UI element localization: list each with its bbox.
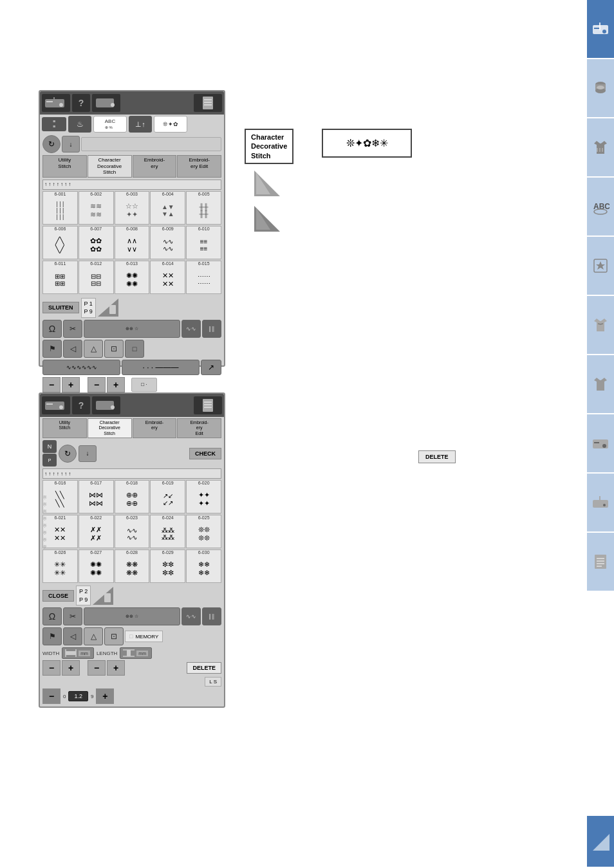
- circle-btn-bottom[interactable]: ↻: [59, 445, 77, 463]
- stitch-6-004[interactable]: 6-004 ▲▼▼▲: [150, 191, 185, 225]
- stitch-6-014[interactable]: 6-014 ✕✕✕✕: [150, 261, 185, 294]
- stitch-tab-char-top[interactable]: CharacterDecorativeStitch: [88, 155, 132, 178]
- stitch-6-011[interactable]: 6-011 ⊞⊞⊞⊞: [42, 261, 78, 294]
- stitch-6-010[interactable]: 6-010 ≡≡≡≡: [186, 226, 221, 259]
- sidebar-tab-3[interactable]: [587, 118, 614, 176]
- stitch-6-013[interactable]: 6-013 ✺✺✺✺: [115, 261, 150, 294]
- sidebar-tab-4[interactable]: ABC: [587, 178, 614, 235]
- stitch-tab-embroidery-top[interactable]: Embroid-ery: [133, 155, 177, 178]
- stitch-6-027[interactable]: 6-027 ✺✺✺✺: [79, 549, 114, 583]
- check-button[interactable]: CHECK: [189, 448, 221, 459]
- rect-btn-top[interactable]: □: [125, 340, 144, 358]
- sidebar-tab-11[interactable]: [587, 816, 614, 867]
- edit-btn-top[interactable]: ⊕⊕ ☆: [84, 320, 180, 338]
- arrow-btn-top[interactable]: ◁: [63, 340, 82, 358]
- stitch-tab-char-bottom[interactable]: CharacterDecorativeStitch: [88, 418, 132, 438]
- ls-selector[interactable]: L S: [205, 677, 221, 687]
- needle-icon[interactable]: ⊥↑: [129, 116, 152, 133]
- sidebar-tab-10[interactable]: [587, 533, 614, 591]
- special2-btn-bottom[interactable]: ∥∥: [202, 607, 221, 625]
- circle-arrow-btn[interactable]: ↻: [42, 135, 60, 153]
- stitch-tab-edit-bottom[interactable]: Embroid-eryEdit: [177, 418, 221, 438]
- wave-pattern-btn-top[interactable]: ∿∿∿∿∿∿: [42, 360, 120, 375]
- arrow-btn-bottom[interactable]: ◁: [63, 627, 82, 645]
- special2-btn-top[interactable]: ∥∥: [202, 320, 221, 338]
- utility-icon[interactable]: ≡≡: [42, 117, 66, 131]
- down-btn-bottom[interactable]: ↓: [79, 445, 97, 462]
- plus-btn-1-top[interactable]: +: [62, 377, 80, 392]
- scissors-btn-top[interactable]: ✂: [63, 320, 82, 338]
- sidebar-tab-5[interactable]: [587, 237, 614, 295]
- stitch-6-025[interactable]: 6-025 ❊❊❊❊: [186, 515, 221, 548]
- stitch-6-006[interactable]: 6-006 ╱╲╲╱: [42, 226, 78, 259]
- sidebar-tab-1[interactable]: [587, 0, 614, 58]
- machine-alt-icon: [591, 434, 609, 452]
- stitch-6-028[interactable]: 6-028 ❋❋❋❋: [115, 549, 150, 583]
- tension-minus[interactable]: −: [42, 688, 60, 704]
- width-box: mm: [62, 647, 94, 659]
- sidebar-tab-2[interactable]: [587, 59, 614, 117]
- stitch-tab-utility-top[interactable]: UtilityStitch: [42, 155, 87, 178]
- dash-pattern-btn-top[interactable]: · · · ———: [122, 360, 200, 375]
- edit-btn-bottom[interactable]: ⊕⊕ ☆: [84, 607, 180, 625]
- flag-btn-bottom[interactable]: ⚑: [42, 627, 62, 645]
- sidebar-tab-9[interactable]: [587, 474, 614, 531]
- stitch-6-023[interactable]: 6-023 ∿∿∿∿: [115, 515, 150, 548]
- stitch-6-019[interactable]: 6-019 ↗↙↙↗: [150, 480, 185, 513]
- stitch-6-030[interactable]: 6-030 ❄❄❄❄: [186, 549, 221, 583]
- down-arrow-btn[interactable]: ↓: [62, 136, 80, 152]
- stitch-6-022[interactable]: 6-022 ✗✗✗✗: [79, 515, 114, 548]
- stitch-6-029[interactable]: 6-029 ✼✼✼✼: [150, 549, 185, 583]
- stitch-6-002[interactable]: 6-002 ≋≋≋≋: [79, 191, 114, 225]
- stitch-6-001[interactable]: 6-001 | | || | || | |: [42, 191, 78, 225]
- minus-btn-2-top[interactable]: −: [88, 377, 106, 392]
- omega-btn-bottom[interactable]: Ω: [42, 607, 62, 625]
- delete-button[interactable]: DELETE: [187, 662, 221, 674]
- delete-right-button[interactable]: DELETE: [418, 450, 456, 463]
- stitch-6-009[interactable]: 6-009 ∿∿∿∿: [150, 226, 185, 259]
- plus-btn-length[interactable]: +: [107, 660, 125, 676]
- stitch-6-005[interactable]: 6-005 ╫╫╫╫: [186, 191, 221, 225]
- stitch-tab-edit-top[interactable]: Embroid-ery Edit: [177, 155, 221, 178]
- tension-plus[interactable]: +: [96, 688, 114, 704]
- abc-icon-panel[interactable]: ABC⊕ %: [93, 116, 127, 133]
- svg-point-7: [597, 86, 604, 89]
- sidebar-tab-7[interactable]: [587, 355, 614, 413]
- scissors-btn-bottom[interactable]: ✂: [63, 607, 82, 625]
- plus-btn-width[interactable]: +: [62, 660, 80, 676]
- sluiten-button[interactable]: SLUITEN: [42, 302, 79, 313]
- stitch-6-007[interactable]: 6-007 ✿✿✿✿: [79, 226, 114, 259]
- stitch-tab-utility-bottom[interactable]: UtilityStitch: [42, 418, 87, 438]
- stitch-tab-embroidery-bottom[interactable]: Embroid-ery: [133, 418, 177, 438]
- delta-btn-top[interactable]: △: [84, 340, 103, 358]
- stitch-6-012[interactable]: 6-012 ⊟⊟⊟⊟: [79, 261, 114, 294]
- special-icon[interactable]: ❊✦✿: [154, 116, 187, 133]
- stitch-6-024[interactable]: 6-024 ⁂⁂⁂⁂: [150, 515, 185, 548]
- mirror-btn-top[interactable]: ⊡: [104, 340, 124, 358]
- delete-pm-row: − + − + DELETE: [42, 660, 221, 676]
- sidebar-tab-8[interactable]: [587, 414, 614, 472]
- minus-btn-width[interactable]: −: [42, 660, 60, 676]
- corner-arrow-btn-top[interactable]: ↗: [201, 360, 221, 375]
- stitch-6-018[interactable]: 6-018 ⊕⊕⊕⊕: [115, 480, 150, 513]
- thread-btn-top[interactable]: ∿∿: [181, 320, 201, 338]
- sidebar-tab-6[interactable]: [587, 296, 614, 354]
- nav-icon-top[interactable]: [98, 299, 118, 317]
- stitch-6-020[interactable]: 6-020 ✦✦✦✦: [186, 480, 221, 513]
- stitch-6-017[interactable]: 6-017 ⋈⋈⋈⋈: [79, 480, 114, 513]
- stitch-6-015[interactable]: 6-015 ⋯⋯⋯⋯: [186, 261, 221, 294]
- flag-btn-top[interactable]: ⚑: [42, 340, 62, 358]
- delta-btn-bottom[interactable]: △: [84, 627, 103, 645]
- minus-btn-1-top[interactable]: −: [42, 377, 60, 392]
- stitch-6-003[interactable]: 6-003 ☆☆✦✦: [115, 191, 150, 225]
- plus-btn-2-top[interactable]: +: [107, 377, 125, 392]
- nav-icon-bottom[interactable]: [93, 587, 113, 605]
- omega-btn-top[interactable]: Ω: [42, 320, 62, 338]
- temp-icon[interactable]: ♨: [68, 116, 91, 133]
- svg-point-17: [602, 444, 606, 448]
- memory-button[interactable]: □ MEMORY: [125, 631, 163, 642]
- minus-btn-length[interactable]: −: [88, 660, 106, 676]
- mirror-btn-bottom[interactable]: ⊡: [104, 627, 124, 645]
- thread-btn-bottom[interactable]: ∿∿: [181, 607, 201, 625]
- stitch-6-008[interactable]: 6-008 ∧∧∨∨: [115, 226, 150, 259]
